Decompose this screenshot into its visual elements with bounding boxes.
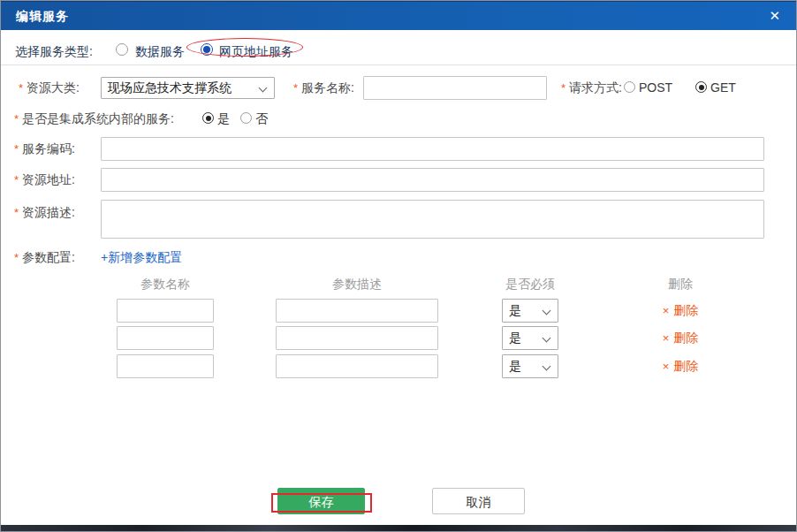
delete-icon: ×: [663, 360, 670, 373]
radio-webpage-service-label[interactable]: 网页地址服务: [219, 40, 293, 63]
service-code-label: *服务编码:: [14, 137, 75, 161]
radio-get-label[interactable]: GET: [710, 76, 736, 99]
radio-get[interactable]: [695, 81, 707, 93]
resource-address-label: *资源地址:: [14, 168, 75, 192]
radio-webpage-service[interactable]: [201, 43, 213, 56]
table-header-param-desc: 参数描述: [276, 275, 438, 293]
resource-category-value: 现场应急技术支撑系统: [108, 80, 232, 96]
resource-description-label: *资源描述:: [14, 201, 75, 224]
radio-yes[interactable]: [202, 112, 214, 124]
radio-data-service[interactable]: [116, 43, 128, 56]
resource-description-textarea[interactable]: [101, 200, 764, 239]
param-required-select[interactable]: 是: [502, 299, 558, 323]
cancel-button[interactable]: 取消: [432, 488, 525, 514]
resource-category-label: *资源大类:: [19, 76, 80, 100]
param-name-input[interactable]: [117, 354, 214, 378]
request-method-label: *请求方式:: [561, 76, 622, 100]
table-header-delete: 删除: [652, 275, 709, 293]
service-name-label: *服务名称:: [293, 76, 354, 100]
dialog-titlebar: 编辑服务 ✕: [1, 1, 796, 30]
radio-post-label[interactable]: POST: [639, 76, 672, 99]
param-desc-input[interactable]: [276, 326, 438, 350]
service-type-label: 选择服务类型:: [15, 40, 93, 63]
background-window-edge: [1, 525, 796, 531]
delete-param-link[interactable]: ×删除: [656, 299, 705, 323]
chevron-down-icon: [543, 334, 551, 343]
radio-yes-label[interactable]: 是: [217, 107, 230, 130]
param-required-select[interactable]: 是: [502, 354, 558, 378]
param-desc-input[interactable]: [276, 299, 438, 323]
param-desc-input[interactable]: [276, 354, 438, 378]
chevron-down-icon: [543, 362, 551, 371]
chevron-down-icon: [543, 307, 551, 315]
resource-address-input[interactable]: [101, 168, 764, 192]
dialog-title: 编辑服务: [16, 2, 69, 31]
service-code-input[interactable]: [101, 137, 764, 161]
chevron-down-icon: [259, 84, 268, 93]
internal-service-label: *是否是集成系统内部的服务:: [14, 107, 174, 131]
add-param-config-link[interactable]: +新增参数配置: [101, 246, 182, 269]
radio-post[interactable]: [624, 81, 635, 93]
param-config-label: *参数配置:: [14, 246, 75, 270]
table-header-param-name: 参数名称: [117, 275, 214, 293]
param-name-input[interactable]: [117, 326, 214, 350]
radio-no[interactable]: [240, 112, 252, 124]
delete-icon: ×: [663, 331, 670, 345]
close-icon[interactable]: ✕: [765, 2, 784, 29]
param-name-input[interactable]: [117, 299, 214, 323]
radio-data-service-label[interactable]: 数据服务: [135, 40, 185, 63]
param-required-select[interactable]: 是: [502, 326, 558, 350]
service-name-input[interactable]: [363, 76, 547, 100]
radio-no-label[interactable]: 否: [255, 107, 268, 130]
save-button[interactable]: 保存: [277, 488, 365, 514]
delete-param-link[interactable]: ×删除: [656, 326, 705, 350]
delete-icon: ×: [663, 304, 670, 317]
resource-category-select[interactable]: 现场应急技术支撑系统: [101, 77, 275, 99]
delete-param-link[interactable]: ×删除: [656, 354, 705, 378]
edit-service-dialog: 编辑服务 ✕ 选择服务类型: 数据服务 网页地址服务 *资源大类: 现场应急技术…: [0, 0, 797, 532]
divider: [1, 65, 796, 65]
table-header-required: 是否必须: [502, 275, 558, 293]
required-marker: *: [19, 81, 23, 95]
